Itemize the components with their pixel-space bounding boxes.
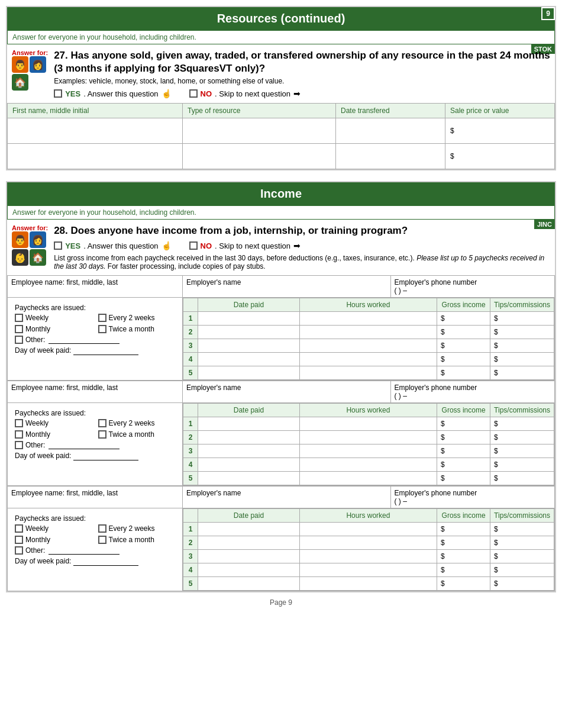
date-2-3[interactable] xyxy=(198,444,300,458)
gross-2-4[interactable]: $ xyxy=(437,458,490,472)
paycheck-row-1-5: 5 $ $ xyxy=(183,366,554,380)
row1-type[interactable] xyxy=(183,118,336,144)
hours-3-5[interactable] xyxy=(299,577,437,591)
tips-2-3[interactable]: $ xyxy=(490,444,554,458)
tips-2-2[interactable]: $ xyxy=(490,431,554,444)
gross-3-4[interactable]: $ xyxy=(437,563,490,577)
issued-cell-3: Paychecks are issued: Weekly Every 2 wee… xyxy=(8,508,183,591)
hours-1-1[interactable] xyxy=(299,312,437,326)
monthly-cb-3[interactable]: Monthly xyxy=(15,536,92,544)
hours-3-2[interactable] xyxy=(299,536,437,550)
gross-3-5[interactable]: $ xyxy=(437,577,490,591)
hours-3-4[interactable] xyxy=(299,563,437,577)
row2-sale[interactable]: $ xyxy=(445,144,555,169)
date-3-1[interactable] xyxy=(198,523,300,536)
tips-1-4[interactable]: $ xyxy=(490,353,554,366)
tips-1-3[interactable]: $ xyxy=(490,339,554,353)
tips-2-5[interactable]: $ xyxy=(490,472,554,485)
gross-3-3[interactable]: $ xyxy=(437,550,490,563)
hours-2-3[interactable] xyxy=(299,444,437,458)
date-2-4[interactable] xyxy=(198,458,300,472)
hours-1-2[interactable] xyxy=(299,326,437,339)
gross-1-3[interactable]: $ xyxy=(437,339,490,353)
gross-1-2[interactable]: $ xyxy=(437,326,490,339)
row2-date[interactable] xyxy=(336,144,445,169)
yes-option-q27[interactable]: YES . Answer this question ☝ xyxy=(54,89,171,98)
tips-1-5[interactable]: $ xyxy=(490,366,554,380)
date-3-3[interactable] xyxy=(198,550,300,563)
row1-date[interactable] xyxy=(336,118,445,144)
hours-1-4[interactable] xyxy=(299,353,437,366)
gross-2-5[interactable]: $ xyxy=(437,472,490,485)
hours-2-4[interactable] xyxy=(299,458,437,472)
date-3-4[interactable] xyxy=(198,563,300,577)
date-1-4[interactable] xyxy=(198,353,300,366)
monthly-cb-1[interactable]: Monthly xyxy=(15,325,92,333)
date-1-5[interactable] xyxy=(198,366,300,380)
gross-2-1[interactable]: $ xyxy=(437,417,490,431)
twice-month-cb-3[interactable]: Twice a month xyxy=(98,536,176,544)
twice-month-cb-1[interactable]: Twice a month xyxy=(98,325,176,333)
gross-3-1[interactable]: $ xyxy=(437,523,490,536)
hours-1-3[interactable] xyxy=(299,339,437,353)
date-1-3[interactable] xyxy=(198,339,300,353)
row2-name[interactable] xyxy=(8,144,183,169)
yes-checkbox-q27[interactable] xyxy=(54,89,62,98)
date-1-1[interactable] xyxy=(198,312,300,326)
no-checkbox-q27[interactable] xyxy=(189,89,198,98)
tips-3-4[interactable]: $ xyxy=(490,563,554,577)
every2weeks-cb-1[interactable]: Every 2 weeks xyxy=(98,314,176,322)
no-checkbox-q28[interactable] xyxy=(189,241,198,250)
weekly-cb-3[interactable]: Weekly xyxy=(15,524,92,533)
hours-1-5[interactable] xyxy=(299,366,437,380)
icon-orange-person-q28: 👨 xyxy=(12,231,28,248)
row2-type[interactable] xyxy=(183,144,336,169)
tips-3-1[interactable]: $ xyxy=(490,523,554,536)
tips-3-5[interactable]: $ xyxy=(490,577,554,591)
other-cb-2[interactable]: Other: xyxy=(15,440,175,449)
every2weeks-cb-2[interactable]: Every 2 weeks xyxy=(98,419,176,427)
date-3-5[interactable] xyxy=(198,577,300,591)
tips-1-1[interactable]: $ xyxy=(490,312,554,326)
twice-month-cb-2[interactable]: Twice a month xyxy=(98,430,176,439)
paycheck-header-row-2: Date paid Hours worked Gross income Tips… xyxy=(183,404,554,417)
tips-2-4[interactable]: $ xyxy=(490,458,554,472)
tips-3-2[interactable]: $ xyxy=(490,536,554,550)
date-2-2[interactable] xyxy=(198,431,300,444)
table-row: $ xyxy=(8,118,555,144)
gross-2-3[interactable]: $ xyxy=(437,444,490,458)
gross-2-2[interactable]: $ xyxy=(437,431,490,444)
date-2-1[interactable] xyxy=(198,417,300,431)
gross-1-1[interactable]: $ xyxy=(437,312,490,326)
hours-2-2[interactable] xyxy=(299,431,437,444)
gross-1-5[interactable]: $ xyxy=(437,366,490,380)
hours-3-3[interactable] xyxy=(299,550,437,563)
hours-3-1[interactable] xyxy=(299,523,437,536)
gross-3-2[interactable]: $ xyxy=(437,536,490,550)
question-27-example: Examples: vehicle, money, stock, land, h… xyxy=(54,77,550,85)
weekly-cb-1[interactable]: Weekly xyxy=(15,314,92,322)
tips-1-2[interactable]: $ xyxy=(490,326,554,339)
monthly-cb-2[interactable]: Monthly xyxy=(15,430,92,439)
yes-checkbox-q28[interactable] xyxy=(54,241,62,250)
date-2-5[interactable] xyxy=(198,472,300,485)
other-cb-3[interactable]: Other: xyxy=(15,546,175,555)
no-option-q27[interactable]: NO . Skip to next question ➡ xyxy=(189,89,301,98)
tips-2-1[interactable]: $ xyxy=(490,417,554,431)
no-option-q28[interactable]: NO . Skip to next question ➡ xyxy=(189,241,301,250)
date-1-2[interactable] xyxy=(198,326,300,339)
icon-dark-child: 👶 xyxy=(12,249,28,266)
weekly-cb-2[interactable]: Weekly xyxy=(15,419,92,427)
row1-sale[interactable]: $ xyxy=(445,118,555,144)
question-28-wrapper: JINC Answer for: 👨 👩 👶 🏠 28. Does anyone… xyxy=(7,220,555,275)
income-header: Income xyxy=(7,182,555,205)
gross-1-4[interactable]: $ xyxy=(437,353,490,366)
tips-3-3[interactable]: $ xyxy=(490,550,554,563)
other-cb-1[interactable]: Other: xyxy=(15,335,175,344)
hours-2-1[interactable] xyxy=(299,417,437,431)
hours-2-5[interactable] xyxy=(299,472,437,485)
row1-name[interactable] xyxy=(8,118,183,144)
every2weeks-cb-3[interactable]: Every 2 weeks xyxy=(98,524,176,533)
yes-option-q28[interactable]: YES . Answer this question ☝ xyxy=(54,241,171,250)
date-3-2[interactable] xyxy=(198,536,300,550)
